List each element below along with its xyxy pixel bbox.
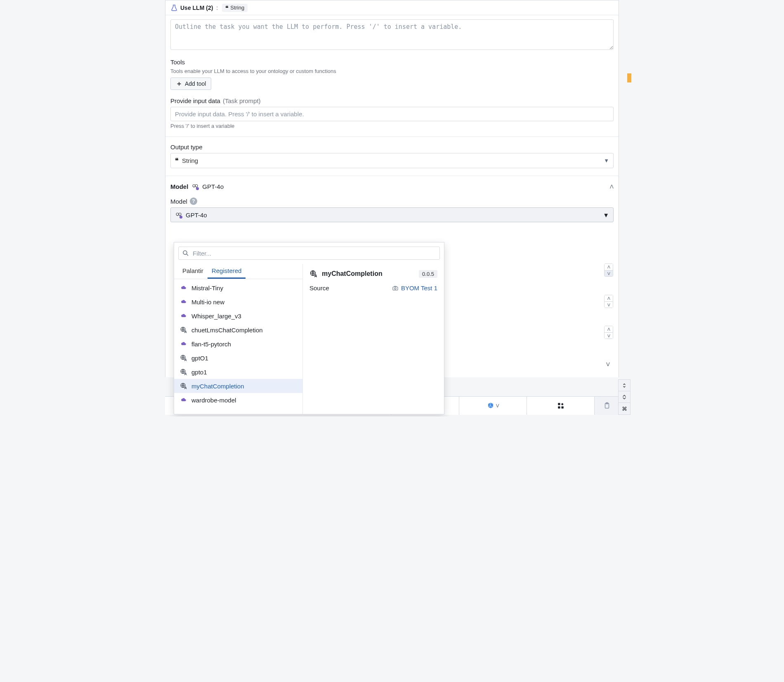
- svg-rect-22: [558, 403, 560, 405]
- tab-palantir[interactable]: Palantir: [178, 264, 208, 279]
- model-item-label: flan-t5-pytorch: [191, 341, 231, 348]
- model-section-label: Model: [170, 183, 188, 190]
- chevron-down-icon[interactable]: ᐯ: [606, 361, 610, 367]
- model-item-wardrobe-model[interactable]: wardrobe-model: [174, 393, 302, 407]
- output-type-section: Output type ❝ String ▼: [170, 143, 614, 168]
- brain-icon: [191, 183, 199, 190]
- add-tool-button[interactable]: ＋ Add tool: [170, 78, 211, 90]
- model-item-label: wardrobe-model: [191, 397, 236, 404]
- source-link[interactable]: BYOM Test 1: [392, 285, 437, 292]
- source-label: Source: [309, 285, 329, 292]
- model-item-mistral-tiny[interactable]: Mistral-Tiny: [174, 281, 302, 295]
- number-stepper[interactable]: ᐱ ᐯ: [604, 326, 613, 339]
- collapse-icon[interactable]: [619, 391, 630, 403]
- stepper-up-icon[interactable]: ᐱ: [605, 264, 613, 270]
- svg-rect-23: [561, 407, 563, 409]
- svg-point-0: [193, 185, 195, 187]
- plus-icon: ＋: [176, 80, 182, 87]
- globe-person-icon: [180, 326, 187, 334]
- version-chip: 0.0.5: [419, 270, 437, 278]
- dropdown-tabs: Palantir Registered: [174, 264, 302, 279]
- output-type-chip: ❝ String: [222, 4, 248, 12]
- model-item-mychatcompletion[interactable]: myChatCompletion: [174, 379, 302, 393]
- filter-input[interactable]: [193, 250, 436, 257]
- panel-header: Use LLM (2) : ❝ String: [165, 0, 619, 15]
- model-item-chuetlmschatcompletion[interactable]: chuetLmsChatCompletion: [174, 323, 302, 337]
- caret-down-icon: ▼: [604, 158, 609, 164]
- output-type-label: Output type: [170, 143, 614, 151]
- divider: [165, 136, 619, 137]
- model-item-gpto1[interactable]: gptO1: [174, 351, 302, 365]
- tools-hint: Tools enable your LLM to access to your …: [170, 68, 614, 74]
- help-icon[interactable]: ?: [190, 198, 197, 205]
- model-item-label: Whisper_large_v3: [191, 313, 241, 320]
- input-data-hint: Press '/' to insert a variable: [170, 123, 614, 129]
- cloud-icon: [180, 396, 187, 404]
- stepper-up-icon[interactable]: ᐱ: [605, 295, 613, 301]
- model-item-label: myChatCompletion: [191, 383, 244, 390]
- svg-point-3: [176, 213, 179, 216]
- caret-down-icon: ᐯ: [496, 403, 499, 409]
- model-section: Model GPT-4o ᐱ Model ?: [170, 183, 614, 222]
- model-item-multi-io-new[interactable]: Multi-io new: [174, 295, 302, 309]
- model-item-label: chuetLmsChatCompletion: [191, 327, 263, 334]
- model-current: GPT-4o: [202, 183, 224, 190]
- input-data-section: Provide input data (Task prompt) Press '…: [170, 97, 614, 129]
- svg-rect-24: [558, 407, 560, 409]
- number-stepper[interactable]: ᐱ ᐯ: [604, 263, 613, 277]
- tools-label: Tools: [170, 59, 614, 66]
- svg-point-18: [394, 287, 396, 289]
- search-icon: [182, 249, 189, 257]
- cloud-icon: [180, 340, 187, 348]
- apps-icon: [557, 402, 564, 409]
- instructions-section: [170, 19, 614, 51]
- cube-icon: ᐯ: [487, 402, 499, 409]
- model-item-gpto1[interactable]: gpto1: [174, 365, 302, 379]
- model-dropdown-popover: Palantir Registered Mistral-TinyMulti-io…: [174, 242, 444, 414]
- globe-person-icon: [180, 354, 187, 362]
- toolbar-clipboard-button[interactable]: [594, 397, 619, 415]
- stepper-down-icon[interactable]: ᐯ: [605, 270, 613, 276]
- cloud-icon: [180, 284, 187, 292]
- input-data-input[interactable]: [170, 107, 614, 121]
- model-item-label: gpto1: [191, 369, 207, 376]
- expand-vertical-icon[interactable]: [619, 380, 630, 391]
- svg-rect-17: [393, 287, 398, 290]
- toolbar-apps-button[interactable]: [527, 397, 594, 415]
- svg-point-5: [179, 216, 182, 219]
- model-list: Mistral-TinyMulti-io newWhisper_large_v3…: [174, 279, 302, 414]
- model-item-label: Mistral-Tiny: [191, 285, 223, 292]
- globe-person-icon: [180, 382, 187, 390]
- keyboard-shortcut-icon[interactable]: ⌘: [619, 403, 630, 414]
- model-item-whisper-large-v3[interactable]: Whisper_large_v3: [174, 309, 302, 323]
- model-select[interactable]: GPT-4o ▼: [170, 207, 614, 222]
- svg-point-2: [196, 187, 199, 190]
- divider: [165, 176, 619, 176]
- cloud-icon: [180, 312, 187, 320]
- quote-icon: ❝: [175, 157, 179, 165]
- tools-section: Tools Tools enable your LLM to access to…: [170, 59, 614, 90]
- tab-registered[interactable]: Registered: [208, 264, 246, 279]
- input-data-label: Provide input data (Task prompt): [170, 97, 614, 104]
- detail-name: myChatCompletion: [322, 270, 383, 278]
- quote-icon: ❝: [225, 5, 229, 11]
- chevron-up-icon[interactable]: ᐱ: [610, 183, 614, 190]
- orange-tag: [627, 73, 631, 82]
- toolbar-cube-button[interactable]: ᐯ: [459, 397, 527, 415]
- brain-icon: [175, 211, 182, 219]
- model-item-flan-t5-pytorch[interactable]: flan-t5-pytorch: [174, 337, 302, 351]
- filter-input-wrap: [178, 247, 440, 260]
- clipboard-icon: [603, 402, 611, 409]
- instructions-input[interactable]: [170, 19, 614, 50]
- svg-point-6: [183, 251, 187, 254]
- stepper-down-icon[interactable]: ᐯ: [605, 332, 613, 339]
- camera-icon: [392, 285, 399, 292]
- stepper-down-icon[interactable]: ᐯ: [605, 301, 613, 308]
- globe-person-icon: [180, 368, 187, 376]
- output-type-select[interactable]: ❝ String ▼: [170, 153, 614, 168]
- model-item-label: Multi-io new: [191, 299, 224, 306]
- flask-icon: [170, 4, 178, 12]
- panel-title: Use LLM (2): [180, 5, 213, 11]
- stepper-up-icon[interactable]: ᐱ: [605, 326, 613, 332]
- number-stepper[interactable]: ᐱ ᐯ: [604, 295, 613, 308]
